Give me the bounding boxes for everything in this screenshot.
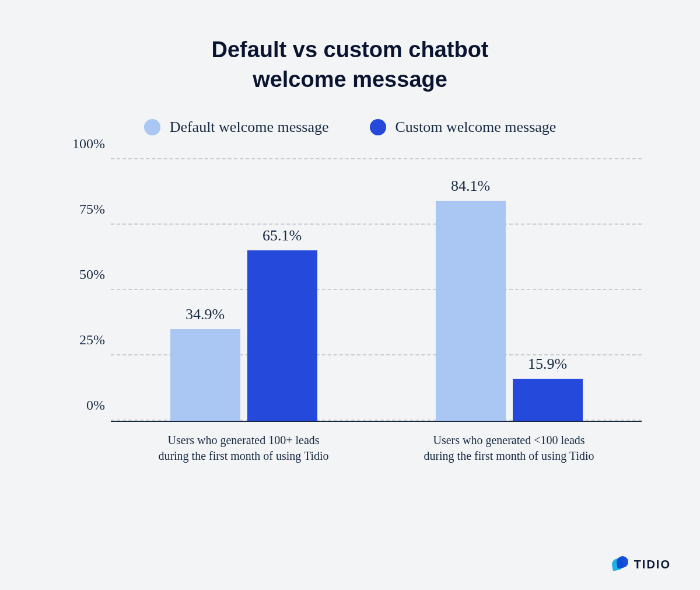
legend-item-custom: Custom welcome message bbox=[370, 118, 556, 136]
chart-title: Default vs custom chatbot welcome messag… bbox=[41, 35, 659, 95]
bar-1-custom: 15.9% bbox=[513, 379, 583, 420]
ytick-0: 0% bbox=[58, 397, 105, 413]
bar-0-custom: 65.1% bbox=[247, 250, 317, 421]
bar-label-0-default: 34.9% bbox=[186, 306, 225, 323]
brand-name: TIDIO bbox=[634, 558, 671, 571]
plot-area: 0% 25% 50% 75% 100% 34.9% 65.1% 84.1% bbox=[111, 159, 642, 422]
ytick-25: 25% bbox=[58, 331, 105, 347]
chart-area: 0% 25% 50% 75% 100% 34.9% 65.1% 84.1% bbox=[41, 159, 659, 474]
legend-label-default: Default welcome message bbox=[170, 118, 329, 136]
ytick-75: 75% bbox=[58, 201, 105, 217]
legend: Default welcome message Custom welcome m… bbox=[41, 118, 659, 136]
xlabel-1-line1: Users who generated <100 leads bbox=[433, 434, 584, 446]
chart-card: Default vs custom chatbot welcome messag… bbox=[0, 0, 700, 590]
bar-1-default: 84.1% bbox=[436, 201, 506, 421]
xlabel-1-line2: during the first month of using Tidio bbox=[424, 449, 594, 462]
bar-0-default: 34.9% bbox=[170, 329, 240, 420]
chart-title-line2: welcome message bbox=[253, 67, 447, 92]
bar-label-0-custom: 65.1% bbox=[262, 227, 302, 245]
xlabel-0-line2: during the first month of using Tidio bbox=[158, 449, 328, 462]
chart-title-line1: Default vs custom chatbot bbox=[211, 37, 488, 62]
legend-swatch-custom bbox=[370, 119, 386, 135]
x-axis-labels: Users who generated 100+ leads during th… bbox=[111, 428, 642, 474]
bar-group-1: 84.1% 15.9% bbox=[376, 159, 642, 421]
bar-group-0: 34.9% 65.1% bbox=[111, 159, 376, 421]
xlabel-0-line1: Users who generated 100+ leads bbox=[167, 434, 319, 446]
bar-label-1-custom: 15.9% bbox=[528, 355, 567, 373]
xlabel-1: Users who generated <100 leads during th… bbox=[376, 428, 642, 474]
legend-item-default: Default welcome message bbox=[144, 118, 329, 136]
brand: TIDIO bbox=[612, 556, 671, 572]
ytick-100: 100% bbox=[58, 135, 105, 151]
bar-label-1-default: 84.1% bbox=[451, 177, 490, 195]
bar-groups: 34.9% 65.1% 84.1% 15.9% bbox=[111, 159, 642, 421]
legend-swatch-default bbox=[144, 119, 160, 135]
tidio-logo-icon bbox=[612, 556, 628, 572]
xlabel-0: Users who generated 100+ leads during th… bbox=[111, 428, 376, 474]
legend-label-custom: Custom welcome message bbox=[396, 118, 556, 136]
ytick-50: 50% bbox=[58, 266, 105, 282]
